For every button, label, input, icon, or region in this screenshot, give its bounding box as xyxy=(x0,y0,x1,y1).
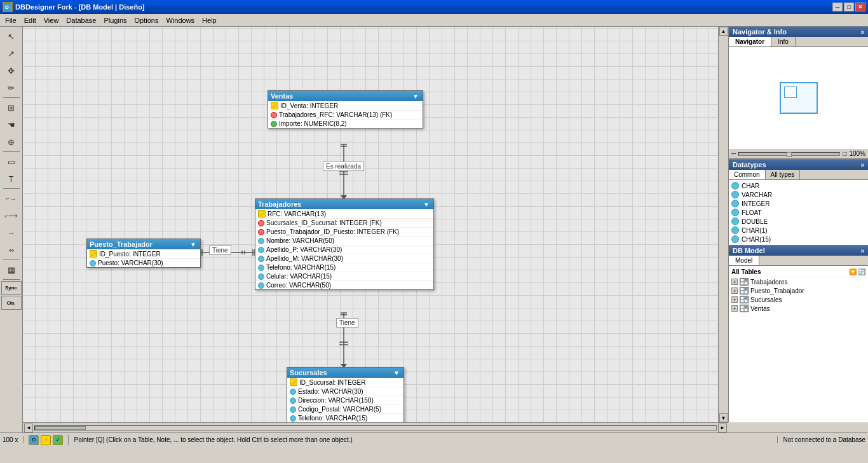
ventas-table[interactable]: Ventas ▼ 🔑 ID_Venta: INTEGER Trabajadore… xyxy=(268,90,423,128)
maximize-button[interactable]: □ xyxy=(844,3,854,11)
model-expand-btn[interactable]: » xyxy=(860,247,864,254)
vertical-scrollbar[interactable]: ▲ ▼ xyxy=(718,27,728,422)
dt-char1-icon xyxy=(731,226,739,234)
model-tree-trabajadores[interactable]: + Trabajadores xyxy=(730,277,867,286)
ventas-table-header[interactable]: Ventas ▼ xyxy=(268,91,423,101)
status-icon-2[interactable]: ! xyxy=(41,435,51,445)
menu-file[interactable]: File xyxy=(1,15,20,25)
trabajadores-table-header[interactable]: Trabajadores ▼ xyxy=(255,199,433,209)
dt-item-varchar[interactable]: VARCHAR xyxy=(730,190,867,199)
menu-options[interactable]: Options xyxy=(131,15,163,25)
menu-plugins[interactable]: Plugins xyxy=(100,15,130,25)
canvas-wrap: Ventas ▼ 🔑 ID_Venta: INTEGER Trabajadore… xyxy=(23,27,868,432)
fk-icon xyxy=(271,112,277,118)
status-icon-1[interactable]: D xyxy=(29,435,39,445)
title-bar: D DBDesigner Fork - [DB Model | Diseño] … xyxy=(0,0,868,14)
dt-item-integer[interactable]: INTEGER xyxy=(730,199,867,208)
model-tree-puesto[interactable]: + Puesto_Trabajador xyxy=(730,286,867,295)
ventas-title: Ventas xyxy=(271,92,293,100)
sucursales-title: Sucursales xyxy=(290,369,327,377)
scroll-down-btn[interactable]: ▼ xyxy=(719,413,728,422)
tab-navigator[interactable]: Navigator xyxy=(729,37,771,46)
hand-tool[interactable]: ☚ xyxy=(3,116,20,133)
dt-double-icon xyxy=(731,218,739,225)
sucursales-field-3: Codigo_Postal: VARCHAR(5) xyxy=(287,405,403,414)
svg-text:D: D xyxy=(5,4,9,10)
filter-icon[interactable]: 🔽 xyxy=(849,268,857,275)
zoom-minus[interactable]: ─ xyxy=(731,150,736,157)
right-panel: Navigator & Info » Navigator Info ─ xyxy=(728,27,868,422)
move-tool[interactable]: ✥ xyxy=(3,62,20,79)
dt-item-double[interactable]: DOUBLE xyxy=(730,217,867,226)
conn1-tool[interactable]: ⌐→ xyxy=(3,190,20,207)
datatypes-expand-btn[interactable]: » xyxy=(860,162,864,169)
canvas[interactable]: Ventas ▼ 🔑 ID_Venta: INTEGER Trabajadore… xyxy=(23,27,728,422)
menu-windows[interactable]: Windows xyxy=(162,15,198,25)
puesto-trabajador-header[interactable]: Puesto_Trabajador ▼ xyxy=(87,239,200,249)
dt-item-char1[interactable]: CHAR(1) xyxy=(730,226,867,235)
pointer-tool[interactable]: ↖ xyxy=(3,28,20,45)
trabajadores-collapse-btn[interactable]: ▼ xyxy=(422,201,431,208)
zoom-in-tool[interactable]: ⊕ xyxy=(3,134,20,150)
zoom-thumb[interactable] xyxy=(787,152,792,157)
sucursales-table[interactable]: Sucursales ▼ 🔑 ID_Sucursal: INTEGER Esta… xyxy=(287,367,404,422)
expand-puesto[interactable]: + xyxy=(731,287,738,294)
menu-edit[interactable]: Edit xyxy=(20,15,40,25)
menu-help[interactable]: Help xyxy=(198,15,220,25)
title-text: DBDesigner Fork - [DB Model | Diseño] xyxy=(15,3,145,11)
regular-icon-s2 xyxy=(290,397,296,404)
tree-puesto-label: Puesto_Trabajador xyxy=(750,287,804,294)
expand-sucursales[interactable]: + xyxy=(731,296,738,303)
ventas-field-1: Trabajadores_RFC: VARCHAR(13) (FK) xyxy=(268,111,423,120)
sync-button[interactable]: Sync xyxy=(1,281,22,295)
navigator-expand-btn[interactable]: » xyxy=(860,29,864,36)
tab-info[interactable]: Info xyxy=(771,37,796,46)
puesto-trabajador-collapse-btn[interactable]: ▼ xyxy=(189,241,198,248)
conn3-tool[interactable]: ↔ xyxy=(3,225,20,241)
h-scrollbar-thumb[interactable] xyxy=(35,426,86,430)
scroll-up-btn[interactable]: ▲ xyxy=(719,27,728,36)
scroll-left-btn[interactable]: ◄ xyxy=(24,424,33,432)
expand-trabajadores[interactable]: + xyxy=(731,279,738,285)
select-tool[interactable]: ↗ xyxy=(3,45,20,62)
minimize-button[interactable]: ─ xyxy=(832,3,843,11)
grid-tool[interactable]: ⊞ xyxy=(3,99,20,116)
text-tool[interactable]: T xyxy=(3,170,20,187)
puesto-field-0: 🔑 ID_Puesto: INTEGER xyxy=(87,249,200,259)
table-tool[interactable]: ▦ xyxy=(3,261,20,278)
menu-view[interactable]: View xyxy=(40,15,63,25)
conn4-tool[interactable]: ⇔ xyxy=(3,242,20,258)
ventas-collapse-btn[interactable]: ▼ xyxy=(411,93,420,100)
dt-tab-common[interactable]: Common xyxy=(729,170,766,179)
trabajadores-table[interactable]: Trabajadores ▼ 🔑 RFC: VARCHAR(13) Sucurs… xyxy=(255,198,434,290)
status-icon-3[interactable]: ✓ xyxy=(53,435,63,445)
conn2-tool[interactable]: ⌐⟶ xyxy=(3,207,20,224)
navigator-viewport xyxy=(784,86,797,98)
zoom-slider[interactable] xyxy=(738,152,840,156)
dt-item-float[interactable]: FLOAT xyxy=(730,208,867,217)
puesto-trabajador-table[interactable]: Puesto_Trabajador ▼ 🔑 ID_Puesto: INTEGER… xyxy=(86,238,201,268)
model-tab-model[interactable]: Model xyxy=(729,256,759,265)
menu-database[interactable]: Database xyxy=(62,15,100,25)
region-tool[interactable]: ▭ xyxy=(3,153,20,170)
dt-item-char[interactable]: CHAR xyxy=(730,181,867,190)
expand-ventas[interactable]: + xyxy=(731,305,738,312)
sucursales-field-4: Telefono: VARCHAR(15) xyxy=(287,414,403,422)
rel-tiene-sucursal: Tiene xyxy=(336,318,358,328)
model-tree-sucursales[interactable]: + Sucursales xyxy=(730,295,867,304)
tree-sucursales-label: Sucursales xyxy=(750,296,782,303)
dt-tab-alltypes[interactable]: All types xyxy=(766,170,801,179)
dt-item-char15[interactable]: CHAR(15) xyxy=(730,235,867,244)
create-button[interactable]: Cto. xyxy=(1,296,22,310)
pencil-tool[interactable]: ✏ xyxy=(3,79,20,96)
sucursales-table-header[interactable]: Sucursales ▼ xyxy=(287,368,403,378)
scroll-right-btn[interactable]: ► xyxy=(718,424,727,432)
refresh-icon[interactable]: 🔄 xyxy=(858,268,865,275)
zoom-page[interactable]: □ xyxy=(843,150,846,157)
ventas-field-0: 🔑 ID_Venta: INTEGER xyxy=(268,101,423,111)
horizontal-scrollbar[interactable]: ◄ ► xyxy=(23,422,728,432)
model-tree-ventas[interactable]: + Ventas xyxy=(730,304,867,313)
close-button[interactable]: ✕ xyxy=(855,3,865,11)
h-scrollbar-track[interactable] xyxy=(34,425,717,431)
sucursales-collapse-btn[interactable]: ▼ xyxy=(392,370,401,377)
